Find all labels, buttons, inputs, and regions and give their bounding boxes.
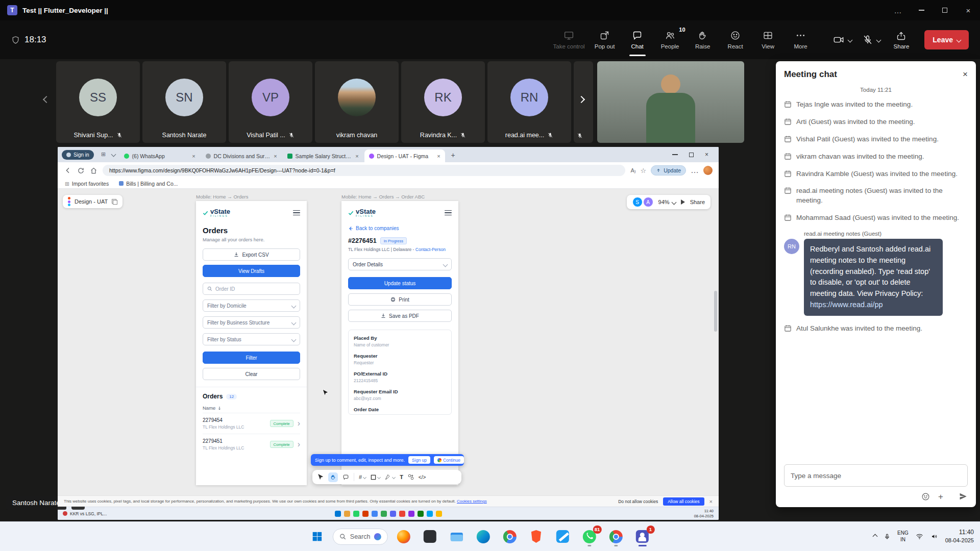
taskbar-search[interactable]: Search [333, 529, 388, 545]
favorite-star-icon[interactable]: ☆ [640, 167, 646, 174]
react-button[interactable]: React [719, 23, 752, 57]
privacy-policy-link[interactable]: https://www.read.ai/pp [810, 300, 883, 309]
import-favorites-button[interactable]: ⊞Import favorites [65, 181, 109, 187]
resources-tool-icon[interactable] [408, 474, 414, 480]
workspaces-icon[interactable]: ⊞ [99, 149, 108, 159]
comment-tool-icon[interactable] [342, 474, 349, 481]
emoji-icon[interactable] [921, 492, 930, 501]
mic-options-chevron-icon[interactable] [876, 37, 881, 42]
deny-cookies-button[interactable]: Do not allow cookies [618, 499, 658, 504]
pen-tool-icon[interactable] [385, 474, 395, 480]
browser-update-button[interactable]: Update [651, 165, 686, 176]
tray-expand-icon[interactable] [873, 534, 878, 539]
allow-cookies-button[interactable]: Allow all cookies [663, 497, 704, 506]
tab-close-icon[interactable]: × [437, 153, 440, 159]
news-widget[interactable]: KKR vs LSG, IPL... [63, 511, 107, 516]
raise-hand-button[interactable]: Raise [687, 23, 719, 57]
figma-file-menu[interactable]: Design - UAT [63, 195, 122, 208]
hamburger-menu-icon[interactable] [293, 210, 300, 216]
clear-button[interactable]: Clear [203, 368, 300, 380]
update-status-button[interactable]: Update status [348, 277, 452, 289]
close-icon[interactable]: × [709, 498, 713, 505]
browser-tab-active[interactable]: Design - UAT - Figma × [364, 149, 445, 162]
filter-status-select[interactable]: Filter by Status [203, 333, 300, 345]
chat-button[interactable]: Chat [621, 23, 654, 57]
participant-tile[interactable]: RN read.ai mee... [487, 61, 571, 143]
participants-scroll-right-button[interactable] [575, 93, 588, 106]
mic-button[interactable] [860, 31, 883, 48]
name-column-header[interactable]: Name [203, 405, 300, 411]
order-row[interactable]: 2279454TL Flex Holdings LLC Complete › [203, 413, 300, 434]
camera-options-chevron-icon[interactable] [847, 37, 852, 42]
window-minimize-button[interactable] [910, 0, 933, 20]
browser-close-button[interactable]: × [705, 151, 708, 158]
participants-scroll-left-button[interactable] [40, 93, 53, 106]
move-tool-icon[interactable] [317, 473, 324, 481]
back-icon[interactable] [64, 166, 72, 174]
browser-signin-button[interactable]: Sign in [62, 150, 94, 160]
back-to-companies-link[interactable]: Back to companies [348, 226, 452, 231]
take-control-button[interactable]: Take control [550, 23, 589, 57]
browser-maximize-button[interactable] [689, 153, 694, 157]
view-drafts-button[interactable]: View Drafts [203, 265, 300, 277]
taskbar-clock[interactable]: 11:4008-04-2025 [945, 529, 974, 544]
taskbar-whatsapp[interactable]: 81 [578, 526, 600, 547]
language-indicator[interactable]: ENGIN [897, 530, 909, 543]
participant-video-tile[interactable] [597, 61, 744, 143]
window-maximize-button[interactable] [933, 0, 957, 20]
people-button[interactable]: 10 People [654, 23, 687, 57]
participant-tile[interactable]: vikram chavan [315, 61, 399, 143]
share-button[interactable]: Share [894, 31, 910, 49]
code-tool-icon[interactable]: </> [419, 474, 426, 480]
shape-tool-icon[interactable] [371, 474, 380, 480]
leave-button[interactable]: Leave [924, 30, 969, 49]
taskbar-terminal[interactable] [419, 526, 440, 547]
participant-tile[interactable]: SS Shivani Sup... [56, 61, 140, 143]
tab-search-icon[interactable] [109, 149, 118, 159]
design-frame-order-detail[interactable]: vStateFILINGS Back to companies #2276451… [341, 201, 458, 485]
taskbar-firefox[interactable] [393, 526, 414, 547]
design-frame-orders[interactable]: vStateFILINGS Orders Manage all your ord… [196, 201, 307, 485]
leave-options-chevron-icon[interactable] [957, 37, 962, 42]
more-button[interactable]: More [785, 23, 817, 57]
participant-tile[interactable]: SN Santosh Narate [142, 61, 226, 143]
canvas-scrollbar[interactable] [714, 291, 717, 332]
order-details-select[interactable]: Order Details [348, 258, 452, 270]
order-id-input[interactable]: Order ID [203, 283, 300, 295]
taskbar-vscode[interactable] [552, 526, 573, 547]
figma-share-button[interactable]: Share [690, 199, 705, 205]
tray-mic-icon[interactable] [884, 533, 891, 540]
cookie-settings-link[interactable]: Cookies settings [457, 499, 487, 504]
view-button[interactable]: View [752, 23, 785, 57]
taskbar-teams[interactable]: 1 [631, 526, 653, 547]
read-aloud-icon[interactable]: A) [630, 167, 635, 173]
participant-tile[interactable]: VP Vishal Patil ... [229, 61, 312, 143]
volume-icon[interactable] [930, 533, 939, 540]
browser-tab[interactable]: DC Divisions and Surroundings × [201, 149, 282, 162]
browser-menu-icon[interactable]: … [691, 166, 699, 175]
favorite-bills-link[interactable]: Bills | Billing and Co... [119, 181, 178, 187]
present-icon[interactable] [681, 199, 685, 205]
url-field[interactable]: https://www.figma.com/design/9BKQ0FOHRWa… [103, 165, 625, 176]
camera-button[interactable] [830, 31, 854, 48]
frame-title[interactable]: Mobile: Home → Orders [196, 194, 248, 199]
chat-close-icon[interactable]: × [963, 69, 968, 80]
order-row[interactable]: 2279451TL Flex Holdings LLC Complete › [203, 434, 300, 455]
frame-tool-icon[interactable]: # [359, 474, 366, 480]
contact-person-link[interactable]: Contact-Person [415, 247, 446, 252]
window-more-icon[interactable]: … [886, 0, 910, 20]
taskbar-edge[interactable] [472, 526, 494, 547]
collaborator-avatar[interactable]: S [632, 197, 643, 207]
copy-icon[interactable] [112, 199, 117, 205]
browser-tab[interactable]: (6) WhatsApp × [119, 149, 200, 162]
taskbar-chrome[interactable] [499, 526, 520, 547]
tab-close-icon[interactable]: × [274, 153, 277, 159]
taskbar-brave[interactable] [525, 526, 547, 547]
filter-button[interactable]: Filter [203, 352, 300, 364]
export-csv-button[interactable]: Export CSV [203, 248, 300, 261]
browser-profile-avatar[interactable] [703, 166, 713, 175]
print-button[interactable]: Print [348, 293, 452, 306]
send-icon[interactable] [959, 492, 968, 501]
home-icon[interactable] [90, 167, 97, 174]
tab-close-icon[interactable]: × [192, 153, 195, 159]
